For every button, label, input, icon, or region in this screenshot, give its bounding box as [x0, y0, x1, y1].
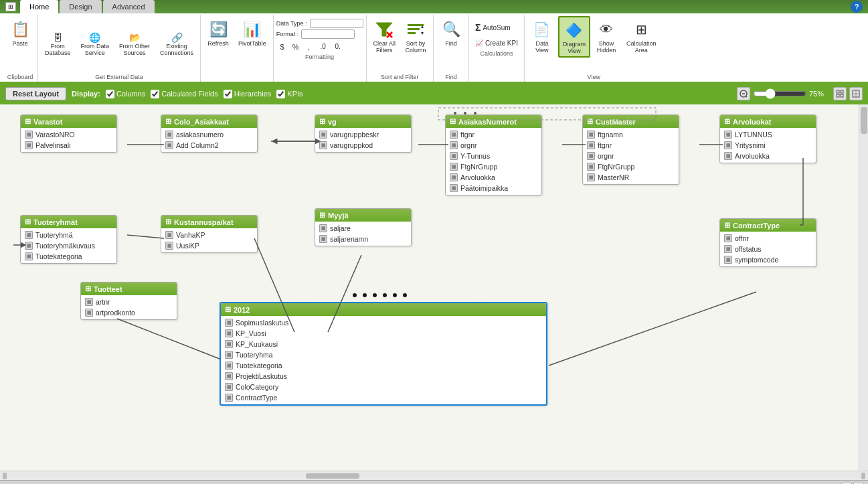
- clear-all-filters-button[interactable]: Clear AllFilters: [369, 16, 400, 56]
- columns-checkbox-label[interactable]: Columns: [106, 90, 145, 98]
- field-icon: ▦: [450, 152, 458, 160]
- field-row[interactable]: ▦Tuotekategoria: [21, 251, 116, 262]
- field-row[interactable]: ▦ftgnr: [583, 140, 679, 151]
- field-row[interactable]: ▦Add Column2: [161, 140, 257, 151]
- field-row[interactable]: ▦FtgNrGrupp: [446, 161, 541, 172]
- columns-checkbox[interactable]: [106, 90, 114, 98]
- hierarchies-checkbox[interactable]: [224, 90, 232, 98]
- percent-button[interactable]: %: [290, 42, 302, 52]
- diagram-area[interactable]: ⊞Varastot▦VarastoNRO▦Palvelinsali⊞Colo_A…: [0, 104, 859, 471]
- calculation-area-button[interactable]: ⊞ CalculationArea: [622, 16, 661, 56]
- field-row[interactable]: ▦KP_Vuosi: [221, 328, 546, 339]
- table-tuoteryhmat[interactable]: ⊞Tuoteryhmät▦Tuoteryhmä▦Tuoteryhmäkuvaus…: [20, 215, 117, 264]
- autosum-button[interactable]: Σ AutoSum: [472, 20, 521, 35]
- dec-inc-button[interactable]: .0: [317, 42, 330, 52]
- tab-advanced[interactable]: Advanced: [103, 0, 155, 13]
- field-row[interactable]: ▦Tuoteryhma: [221, 349, 546, 360]
- page-view-button[interactable]: [849, 87, 863, 100]
- help-icon[interactable]: ?: [851, 1, 863, 13]
- paste-button[interactable]: 📋 Paste: [5, 16, 35, 50]
- field-row[interactable]: ▦Palvelinsali: [21, 140, 116, 151]
- data-view-button[interactable]: 📄 DataView: [527, 16, 557, 56]
- field-row[interactable]: ▦Y-Tunnus: [446, 151, 541, 161]
- table-contracttype[interactable]: ⊞ContractType▦offnr▦offstatus▦symptomcod…: [719, 218, 816, 267]
- table-tuotteet[interactable]: ⊞Tuotteet▦artnr▦artprodkonto: [80, 282, 177, 320]
- field-row[interactable]: ▦Tuoteryhmäkuvaus: [21, 240, 116, 251]
- create-kpi-button[interactable]: 📈 Create KPI: [472, 37, 521, 49]
- from-other-sources-button[interactable]: 📂 From OtherSources: [115, 29, 154, 59]
- field-row[interactable]: ▦asiakasnumero: [161, 129, 257, 140]
- field-row[interactable]: ▦Arvoluokka: [720, 151, 816, 161]
- table-varastot[interactable]: ⊞Varastot▦VarastoNRO▦Palvelinsali: [20, 114, 117, 153]
- refresh-icon: 🔄: [207, 19, 229, 40]
- data-view-icon: 📄: [531, 19, 553, 40]
- field-row[interactable]: ▦LYTUNNUS: [720, 129, 816, 140]
- table-arvoluokat[interactable]: ⊞Arvoluokat▦LYTUNNUS▦Yritysnimi▦Arvoluok…: [719, 114, 816, 163]
- page-fit-button[interactable]: [833, 87, 847, 100]
- field-row[interactable]: ▦FtgNrGrupp: [583, 161, 679, 172]
- table-asiakasNumerot[interactable]: ⊞AsiakasNumerot▦ftgnr▦orgnr▦Y-Tunnus▦Ftg…: [445, 114, 542, 195]
- tab-home[interactable]: Home: [20, 0, 58, 13]
- kpis-checkbox[interactable]: [276, 90, 285, 98]
- find-icon: 🔍: [440, 19, 462, 40]
- horizontal-scrollbar[interactable]: [0, 471, 868, 480]
- field-row[interactable]: ▦VanhaKP: [161, 230, 257, 240]
- sort-by-column-button[interactable]: Sort byColumn: [401, 16, 430, 56]
- field-row[interactable]: ▦KP_Kuukausi: [221, 339, 546, 349]
- field-row[interactable]: ▦ProjektiLaskutus: [221, 371, 546, 382]
- tab-design[interactable]: Design: [60, 0, 101, 13]
- table-2012[interactable]: ⊞2012▦Sopimuslaskutus▦KP_Vuosi▦KP_Kuukau…: [220, 302, 547, 406]
- pivot-table-button[interactable]: 📊 PivotTable: [234, 16, 270, 50]
- field-icon: ▦: [225, 361, 233, 370]
- dollar-button[interactable]: $: [276, 42, 288, 52]
- field-row[interactable]: ▦saljare: [315, 223, 411, 234]
- comma-button[interactable]: ,: [303, 42, 315, 52]
- field-row[interactable]: ▦Päätoimipaikka: [446, 183, 541, 193]
- field-row[interactable]: ▦Yritysnimi: [720, 140, 816, 151]
- field-row[interactable]: ▦orgnr: [583, 151, 679, 161]
- field-row[interactable]: ▦ColoCategory: [221, 382, 546, 392]
- table-custmaster[interactable]: ⊞CustMaster▦ftgnamn▦ftgnr▦orgnr▦FtgNrGru…: [582, 114, 679, 185]
- zoom-out-button[interactable]: [737, 87, 750, 100]
- field-row[interactable]: ▦offstatus: [720, 244, 816, 254]
- find-button[interactable]: 🔍 Find: [436, 16, 466, 50]
- field-row[interactable]: ▦symptomcode: [720, 254, 816, 265]
- dec-dec-button[interactable]: 0.: [331, 42, 345, 52]
- existing-connections-button[interactable]: 🔗 ExistingConnections: [156, 29, 197, 59]
- table-vg[interactable]: ⊞vg▦varugruppbeskr▦varugruppkod: [315, 114, 412, 153]
- field-row[interactable]: ▦orgnr: [446, 140, 541, 151]
- diagram-view-button[interactable]: 🔷 DiagramView: [558, 16, 590, 58]
- field-row[interactable]: ▦ContractType: [221, 392, 546, 403]
- refresh-button[interactable]: 🔄 Refresh: [203, 16, 233, 50]
- field-row[interactable]: ▦Tuoteryhmä: [21, 230, 116, 240]
- zoom-slider[interactable]: [753, 88, 806, 99]
- from-data-service-button[interactable]: 🌐 From DataService: [77, 29, 114, 59]
- hierarchies-checkbox-label[interactable]: Hierarchies: [224, 90, 272, 98]
- field-row[interactable]: ▦varugruppkod: [315, 140, 411, 151]
- table-kustannuspaikat[interactable]: ⊞Kustannuspaikat▦VanhaKP▦UusiKP: [161, 215, 258, 253]
- field-row[interactable]: ▦artnr: [81, 297, 177, 307]
- kpis-checkbox-label[interactable]: KPIs: [276, 90, 302, 98]
- field-row[interactable]: ▦VarastoNRO: [21, 129, 116, 140]
- field-row[interactable]: ▦Sopimuslaskutus: [221, 317, 546, 328]
- field-row[interactable]: ▦saljarenamn: [315, 234, 411, 244]
- field-row[interactable]: ▦Arvoluokka: [446, 172, 541, 183]
- field-row[interactable]: ▦ftgnr: [446, 129, 541, 140]
- vertical-scrollbar[interactable]: [859, 104, 868, 471]
- from-database-button[interactable]: 🗄 FromDatabase: [41, 29, 75, 59]
- reset-layout-button[interactable]: Reset Layout: [5, 87, 66, 100]
- field-row[interactable]: ▦MasterNR: [583, 172, 679, 183]
- calculated-fields-checkbox[interactable]: [151, 90, 159, 98]
- field-row[interactable]: ▦Tuotekategoria: [221, 360, 546, 371]
- field-row[interactable]: ▦offnr: [720, 233, 816, 244]
- table-myyjä[interactable]: ⊞Myyjä▦saljare▦saljarenamn: [315, 208, 412, 246]
- table-colo-asiakkaat[interactable]: ⊞Colo_Asiakkaat▦asiakasnumero▦Add Column…: [161, 114, 258, 153]
- field-row[interactable]: ▦artprodkonto: [81, 307, 177, 318]
- show-hidden-button[interactable]: 👁 ShowHidden: [592, 16, 621, 56]
- field-row[interactable]: ▦UusiKP: [161, 240, 257, 251]
- field-icon: ▦: [587, 163, 595, 171]
- field-row[interactable]: ▦varugruppbeskr: [315, 129, 411, 140]
- calculated-fields-checkbox-label[interactable]: Calculated Fields: [151, 90, 218, 98]
- field-row[interactable]: ▦ftgnamn: [583, 129, 679, 140]
- table-icon: ⊞: [25, 218, 31, 226]
